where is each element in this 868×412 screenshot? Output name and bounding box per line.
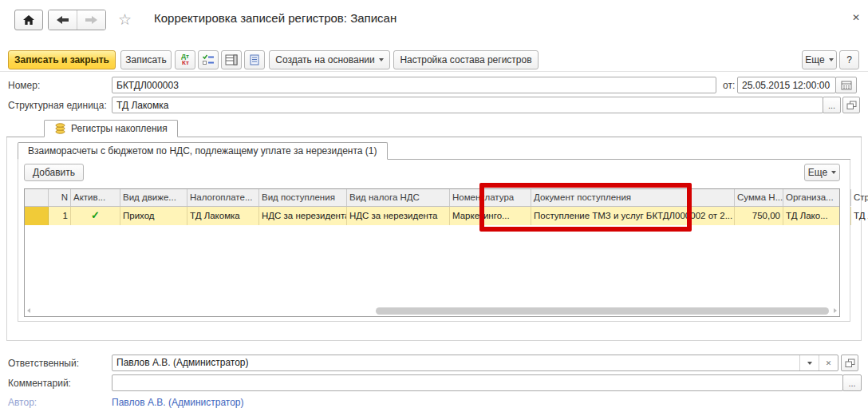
register-composition-label: Настройка состава регистров xyxy=(400,54,531,65)
calendar-button[interactable] xyxy=(835,77,857,93)
table-header-row: N Актив... Вид движе... Налогоплате... В… xyxy=(25,189,839,207)
save-and-close-button[interactable]: Записать и закрыть xyxy=(8,50,116,69)
cell-organization[interactable]: ТД Лако... xyxy=(783,207,851,225)
responsible-open-button[interactable] xyxy=(841,355,858,371)
cell-receipt-type[interactable]: НДС за нерезидента xyxy=(259,207,347,225)
col-marker[interactable] xyxy=(25,189,49,206)
responsible-dropdown-button[interactable] xyxy=(799,355,819,370)
toolbar-separator xyxy=(0,71,868,72)
document-info-button[interactable] xyxy=(244,50,265,69)
date-input[interactable] xyxy=(737,77,836,93)
col-movement-type[interactable]: Вид движе... xyxy=(120,189,187,206)
comment-more-button[interactable]: ... xyxy=(842,374,862,391)
page-title: Корректировка записей регистров: Записан xyxy=(154,11,397,25)
dropdown-arrow-icon xyxy=(829,58,834,61)
calendar-icon xyxy=(841,80,852,90)
save-label: Записать xyxy=(125,54,166,65)
dropdown-arrow-icon xyxy=(807,362,812,365)
save-and-close-label: Записать и закрыть xyxy=(14,54,109,65)
record-set-flags-button[interactable] xyxy=(198,50,219,69)
cell-n[interactable]: 1 xyxy=(49,207,71,225)
forward-arrow-icon xyxy=(85,16,97,24)
horizontal-scrollbar[interactable] xyxy=(25,306,839,316)
structural-unit-input[interactable] xyxy=(112,97,823,113)
col-amount[interactable]: Сумма Н... xyxy=(735,189,783,206)
cell-active-check-icon[interactable]: ✓ xyxy=(71,207,120,225)
close-icon[interactable]: ✕ xyxy=(852,12,860,23)
col-n[interactable]: N xyxy=(49,189,71,206)
list-icon xyxy=(225,54,238,65)
structural-unit-open-button[interactable] xyxy=(842,97,860,113)
col-vat-type[interactable]: Вид налога НДС xyxy=(347,189,450,206)
number-input[interactable] xyxy=(112,77,716,93)
document-icon xyxy=(250,54,259,65)
col-structural-unit[interactable]: Структур... xyxy=(851,189,868,206)
structural-unit-choose-button[interactable]: ... xyxy=(823,97,841,113)
responsible-clear-button[interactable]: ✕ xyxy=(819,355,838,370)
dt-kt-postings-button[interactable]: Дт Кт xyxy=(175,50,195,69)
table-empty-area xyxy=(25,225,839,306)
tab-accumulation-registers[interactable]: Регистры накопления xyxy=(44,120,178,137)
cell-structural-unit[interactable]: ТД Лако... xyxy=(851,207,868,225)
checklist-icon xyxy=(202,54,215,65)
tab-vat-settlements-label: Взаиморасчеты с бюджетом по НДС, подлежа… xyxy=(28,145,377,156)
scroll-left-icon[interactable] xyxy=(27,308,30,313)
more-label: Еще xyxy=(805,54,824,65)
dropdown-arrow-icon xyxy=(831,171,836,174)
open-form-icon xyxy=(845,359,855,368)
register-records-table: N Актив... Вид движе... Налогоплате... В… xyxy=(24,188,840,317)
responsible-label: Ответственный: xyxy=(8,358,79,369)
author-link[interactable]: Павлов А.В. (Администратор) xyxy=(112,397,244,408)
col-nomenclature[interactable]: Номенклатура xyxy=(450,189,531,206)
structural-unit-label: Структурная единица: xyxy=(8,100,107,111)
add-row-label: Добавить xyxy=(33,167,75,178)
number-label: Номер: xyxy=(8,80,40,91)
col-receipt-document[interactable]: Документ поступления xyxy=(531,189,735,206)
col-organization[interactable]: Организа... xyxy=(783,189,851,206)
cell-amount[interactable]: 750,00 xyxy=(735,207,783,225)
col-receipt-type[interactable]: Вид поступления xyxy=(259,189,347,206)
dt-kt-icon: Дт Кт xyxy=(181,53,189,66)
tab-accumulation-registers-label: Регистры накопления xyxy=(71,123,168,134)
horizontal-scrollbar-thumb[interactable] xyxy=(376,307,829,315)
cell-receipt-document[interactable]: Поступление ТМЗ и услуг БКТДЛ000002 от 2… xyxy=(531,207,735,225)
date-label: от: xyxy=(723,80,735,91)
responsible-field[interactable]: Павлов А.В. (Администратор) ✕ xyxy=(112,355,838,371)
cell-taxpayer[interactable]: ТД Лакомка xyxy=(187,207,259,225)
add-row-button[interactable]: Добавить xyxy=(24,164,84,181)
back-button[interactable] xyxy=(49,10,77,30)
cell-nomenclature[interactable]: Маркетинго... xyxy=(450,207,531,225)
help-button[interactable]: ? xyxy=(839,50,859,69)
create-based-on-label: Создать на основании xyxy=(275,54,375,65)
register-records-adjustment-window: { "header": { "title": "Корректировка за… xyxy=(0,0,868,412)
comment-input[interactable] xyxy=(112,374,843,391)
home-button[interactable] xyxy=(14,10,43,30)
table-row[interactable]: 1 ✓ Приход ТД Лакомка НДС за нерезидента… xyxy=(25,207,839,225)
cell-movement-type[interactable]: Приход xyxy=(120,207,187,225)
comment-label: Комментарий: xyxy=(8,378,71,389)
dropdown-arrow-icon xyxy=(379,58,384,61)
register-composition-button[interactable]: Настройка состава регистров xyxy=(393,50,539,69)
save-button[interactable]: Записать xyxy=(120,50,172,69)
more-button[interactable]: Еще xyxy=(802,50,837,69)
home-icon xyxy=(22,14,35,26)
help-label: ? xyxy=(846,54,852,65)
coins-icon xyxy=(54,123,66,134)
col-active[interactable]: Актив... xyxy=(71,189,120,206)
grid-more-label: Еще xyxy=(808,167,827,178)
scroll-right-icon[interactable] xyxy=(834,308,837,313)
list-settings-button[interactable] xyxy=(221,50,242,69)
author-label: Автор: xyxy=(8,397,37,408)
create-based-on-button[interactable]: Создать на основании xyxy=(269,50,390,69)
responsible-value: Павлов А.В. (Администратор) xyxy=(112,355,799,370)
open-form-icon xyxy=(846,101,857,110)
tab-vat-settlements[interactable]: Взаиморасчеты с бюджетом по НДС, подлежа… xyxy=(18,142,388,160)
cell-vat-type[interactable]: НДС за нерезидента xyxy=(347,207,450,225)
grid-more-button[interactable]: Еще xyxy=(804,164,840,181)
row-marker-cell xyxy=(25,207,49,225)
col-taxpayer[interactable]: Налогоплате... xyxy=(187,189,259,206)
favorite-star-icon[interactable]: ☆ xyxy=(118,12,132,27)
back-arrow-icon xyxy=(57,16,69,24)
history-nav-group xyxy=(48,10,106,30)
forward-button[interactable] xyxy=(77,10,105,30)
